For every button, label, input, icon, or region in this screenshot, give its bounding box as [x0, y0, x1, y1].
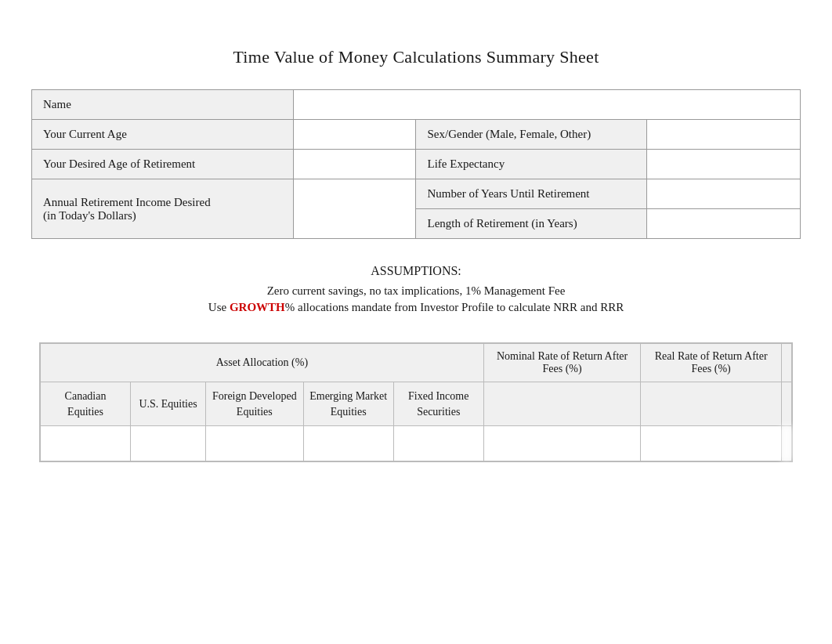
- page-title: Time Value of Money Calculations Summary…: [31, 47, 801, 67]
- years-until-retirement-label: Number of Years Until Retirement: [416, 179, 646, 209]
- col-fixed-header: Fixed Income Securities: [393, 382, 483, 426]
- real-value[interactable]: [641, 426, 782, 461]
- name-label: Name: [32, 90, 294, 120]
- desired-retirement-age-label: Your Desired Age of Retirement: [32, 150, 294, 179]
- current-age-value[interactable]: [293, 120, 416, 150]
- real-sub-header: [641, 382, 782, 426]
- assumptions-prefix: Use: [208, 301, 230, 313]
- canadian-value[interactable]: [41, 426, 131, 461]
- emerging-value[interactable]: [303, 426, 393, 461]
- annual-income-label: Annual Retirement Income Desired (in Tod…: [32, 179, 294, 239]
- col-us-header: U.S. Equities: [131, 382, 206, 426]
- life-expectancy-value[interactable]: [646, 150, 800, 179]
- col-canadian-header: Canadian Equities: [41, 382, 131, 426]
- current-age-label: Your Current Age: [32, 120, 294, 150]
- info-table: Name Your Current Age Sex/Gender (Male, …: [31, 89, 801, 239]
- growth-text: GROWTH: [230, 301, 285, 313]
- desired-retirement-age-value[interactable]: [293, 150, 416, 179]
- assumptions-suffix: % allocations mandate from Investor Prof…: [285, 301, 624, 313]
- extra-col-header: [781, 344, 791, 382]
- assumptions-line2: Use GROWTH% allocations mandate from Inv…: [31, 301, 801, 314]
- length-retirement-value[interactable]: [646, 209, 800, 239]
- col-foreign-header: Foreign Developed Equities: [205, 382, 303, 426]
- fixed-value[interactable]: [393, 426, 483, 461]
- us-value[interactable]: [131, 426, 206, 461]
- assumptions-title: ASSUMPTIONS:: [31, 264, 801, 278]
- life-expectancy-label: Life Expectancy: [416, 150, 646, 179]
- nominal-rate-header: Nominal Rate of Return After Fees (%): [483, 344, 641, 382]
- asset-allocation-header: Asset Allocation (%): [41, 344, 484, 382]
- assumptions-line1: Zero current savings, no tax implication…: [31, 284, 801, 298]
- length-retirement-label: Length of Retirement (in Years): [416, 209, 646, 239]
- blurred-value: [781, 426, 791, 461]
- nominal-sub-header: [483, 382, 641, 426]
- sex-gender-value[interactable]: [646, 120, 800, 150]
- extra-sub-header: [781, 382, 791, 426]
- name-value[interactable]: [293, 90, 800, 120]
- years-until-retirement-value[interactable]: [646, 179, 800, 209]
- assumptions-section: ASSUMPTIONS: Zero current savings, no ta…: [31, 264, 801, 314]
- col-emerging-header: Emerging Market Equities: [303, 382, 393, 426]
- asset-allocation-table: Asset Allocation (%) Nominal Rate of Ret…: [40, 343, 792, 461]
- foreign-value[interactable]: [205, 426, 303, 461]
- annual-income-value[interactable]: [293, 179, 416, 239]
- real-rate-header: Real Rate of Return After Fees (%): [641, 344, 782, 382]
- asset-allocation-section: Asset Allocation (%) Nominal Rate of Ret…: [39, 342, 793, 462]
- nominal-value[interactable]: [483, 426, 641, 461]
- sex-gender-label: Sex/Gender (Male, Female, Other): [416, 120, 646, 150]
